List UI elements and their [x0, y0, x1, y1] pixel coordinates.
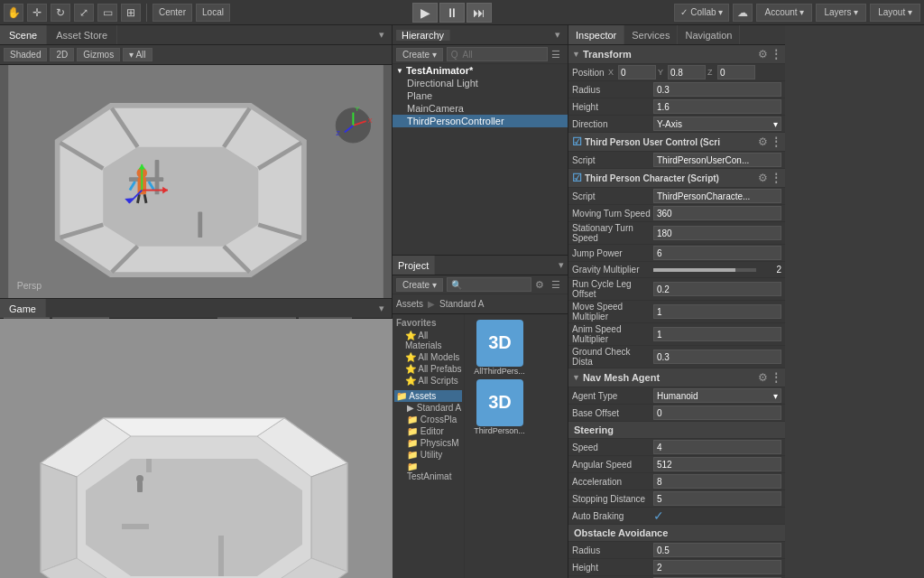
project-search[interactable]	[447, 277, 531, 292]
twod-btn[interactable]: 2D	[50, 48, 74, 61]
folder-standard-a[interactable]: ▶ Standard A	[394, 402, 462, 414]
tab-services[interactable]: Services	[624, 25, 678, 44]
hierarchy-close-btn[interactable]: ▾	[551, 29, 564, 41]
folder-editor[interactable]: 📁 Editor	[394, 425, 462, 437]
separator-1	[146, 4, 147, 22]
tpuc-checkbox[interactable]: ☑	[572, 135, 582, 148]
pos-x[interactable]	[618, 65, 656, 79]
collab-label: Collab ▾	[690, 7, 723, 17]
auto-braking-checkbox[interactable]: ✓	[653, 508, 664, 523]
nma-gear[interactable]: ⚙	[758, 371, 768, 384]
acceleration-value[interactable]: 8	[653, 474, 781, 489]
folder-physicsm[interactable]: 📁 PhysicsM	[394, 437, 462, 449]
tab-game[interactable]: Game	[0, 299, 46, 318]
ground-check-value[interactable]: 0.3	[653, 350, 781, 364]
game-view-canvas[interactable]	[0, 319, 392, 578]
tpc-script-value[interactable]: ThirdPersonCharacte...	[653, 189, 781, 203]
tpuc-gear[interactable]: ⚙	[758, 135, 768, 148]
tool-transform[interactable]: ⊞	[121, 4, 141, 22]
asset-item-0[interactable]: 3D AllThirdPers...	[470, 320, 529, 376]
run-cycle-value[interactable]: 0.2	[653, 282, 781, 296]
collab-btn[interactable]: ✓ Collab ▾	[674, 4, 729, 22]
project-menu-btn2[interactable]: ☰	[548, 279, 564, 291]
radius-value[interactable]: 0.3	[653, 82, 781, 97]
pos-y[interactable]	[668, 65, 706, 79]
tpc-gear[interactable]: ⚙	[758, 172, 768, 184]
direction-value[interactable]: Y-Axis ▾	[653, 117, 781, 131]
moving-turn-value[interactable]: 360	[653, 206, 781, 220]
nma-menu[interactable]: ⋮	[771, 371, 781, 384]
tool-hand[interactable]: ✋	[4, 4, 23, 22]
tpuc-menu[interactable]: ⋮	[771, 135, 781, 148]
tab-asset-store[interactable]: Asset Store	[47, 25, 117, 44]
transform-menu[interactable]: ⋮	[771, 48, 781, 61]
anim-speed-value[interactable]: 1	[653, 327, 781, 341]
gizmos-btn[interactable]: Gizmos	[77, 48, 120, 61]
speed-value[interactable]: 4	[653, 440, 781, 454]
folder-assets[interactable]: 📁 Assets	[394, 390, 462, 402]
scene-close-btn[interactable]: ▾	[375, 29, 388, 41]
play-btn[interactable]: ▶	[412, 3, 438, 23]
stationary-turn-value[interactable]: 180	[653, 226, 781, 240]
svg-text:Z: Z	[336, 129, 340, 137]
breadcrumb-standard[interactable]: Standard A	[439, 299, 484, 309]
tab-scene[interactable]: Scene	[0, 25, 47, 44]
hierarchy-item-3[interactable]: MainCamera	[393, 102, 568, 115]
tool-rotate[interactable]: ↻	[51, 4, 70, 22]
asset-item-1[interactable]: 3D ThirdPerson...	[470, 379, 529, 435]
center-btn[interactable]: Center	[152, 4, 192, 22]
folder-all-materials[interactable]: ⭐ All Materials	[394, 330, 462, 351]
height-value[interactable]: 1.6	[653, 99, 781, 114]
game-close-btn[interactable]: ▾	[375, 303, 388, 314]
move-speed-value[interactable]: 1	[653, 304, 781, 319]
tpuc-script-value[interactable]: ThirdPersonUserCon...	[653, 153, 781, 167]
folder-all-scripts[interactable]: ⭐ All Scripts	[394, 375, 462, 387]
tpc-menu[interactable]: ⋮	[771, 172, 781, 184]
hierarchy-search[interactable]	[447, 47, 548, 61]
folder-testanimat[interactable]: 📁 TestAnimat	[394, 461, 462, 482]
pos-z[interactable]	[717, 65, 755, 79]
shaded-btn[interactable]: Shaded	[4, 48, 47, 61]
project-menu-btn[interactable]: ⚙	[531, 279, 548, 291]
step-btn[interactable]: ⏭	[467, 3, 492, 23]
angular-speed-value[interactable]: 512	[653, 457, 781, 471]
tab-project[interactable]: Project	[393, 256, 435, 275]
hierarchy-item-1[interactable]: Directional Light	[393, 77, 568, 89]
hierarchy-item-0[interactable]: ▼ TestAnimator*	[393, 64, 568, 77]
pause-btn[interactable]: ⏸	[439, 3, 465, 23]
scene-3d-canvas[interactable]: X Y Z Persp	[0, 65, 392, 298]
layout-btn[interactable]: Layout ▾	[870, 4, 920, 22]
tool-move[interactable]: ✛	[27, 4, 47, 22]
hierarchy-item-4[interactable]: ThirdPersonController	[393, 115, 568, 127]
breadcrumb-assets[interactable]: Assets	[396, 299, 423, 309]
tab-inspector[interactable]: Inspector	[568, 25, 624, 44]
hierarchy-create-btn[interactable]: Create ▾	[396, 48, 443, 61]
tab-hierarchy[interactable]: Hierarchy	[396, 30, 450, 41]
folder-all-prefabs[interactable]: ⭐ All Prefabs	[394, 363, 462, 375]
svg-text:X: X	[368, 117, 373, 125]
obs-radius-value[interactable]: 0.5	[653, 543, 781, 557]
folder-utility[interactable]: 📁 Utility	[394, 449, 462, 461]
project-close-btn[interactable]: ▾	[555, 256, 568, 275]
transform-gear[interactable]: ⚙	[758, 48, 768, 61]
all-btn[interactable]: ▾ All	[123, 48, 152, 61]
hierarchy-menu-btn[interactable]: ☰	[548, 49, 564, 61]
folder-crossplay[interactable]: 📁 CrossPla	[394, 414, 462, 425]
account-btn[interactable]: Account ▾	[756, 4, 812, 22]
tab-navigation[interactable]: Navigation	[678, 25, 740, 44]
hierarchy-item-2[interactable]: Plane	[393, 89, 568, 102]
tool-scale[interactable]: ⤢	[74, 4, 94, 22]
agent-type-value[interactable]: Humanoid ▾	[653, 388, 781, 403]
tpc-checkbox[interactable]: ☑	[572, 172, 582, 184]
stopping-dist-value[interactable]: 5	[653, 491, 781, 506]
jump-power-value[interactable]: 6	[653, 246, 781, 260]
tool-rect[interactable]: ▭	[97, 4, 117, 22]
base-offset-value[interactable]: 0	[653, 406, 781, 420]
local-btn[interactable]: Local	[196, 4, 230, 22]
cloud-btn[interactable]: ☁	[733, 4, 753, 22]
folder-all-models[interactable]: ⭐ All Models	[394, 351, 462, 363]
obs-height-value[interactable]: 2	[653, 560, 781, 574]
project-create-btn[interactable]: Create ▾	[396, 278, 443, 292]
gravity-slider-track[interactable]	[653, 268, 756, 272]
layers-btn[interactable]: Layers ▾	[816, 4, 866, 22]
